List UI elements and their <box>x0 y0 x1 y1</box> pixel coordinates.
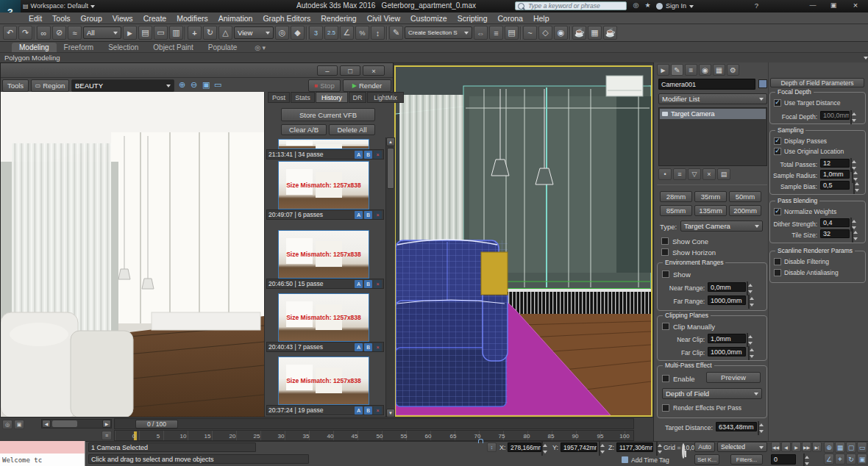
x-coord-field[interactable]: 278,166mm <box>508 442 541 452</box>
lens-28-button[interactable]: 28mm <box>660 191 692 202</box>
schematic-view-icon[interactable]: ◇ <box>538 26 552 40</box>
stack-item-target-camera[interactable]: Target Camera <box>660 109 766 119</box>
ribbon-tab-populate[interactable]: Populate <box>201 43 244 52</box>
menu-edit[interactable]: Edit <box>24 12 47 24</box>
modifier-list-dropdown[interactable]: Modifier List <box>658 93 767 104</box>
mini-scrollbar-thumb[interactable] <box>52 420 77 427</box>
display-tab-icon[interactable]: ▦ <box>713 64 725 76</box>
spinner-snap-icon[interactable]: ↕ <box>371 26 385 40</box>
set-b-icon[interactable]: B <box>364 406 372 415</box>
undo-icon[interactable]: ↶ <box>3 26 17 40</box>
scrollbar-thumb[interactable] <box>387 148 394 189</box>
select-and-scale-icon[interactable]: △ <box>218 26 232 40</box>
y-coord-field[interactable]: 1957,742mm <box>561 442 597 452</box>
close-icon[interactable]: × <box>850 1 861 11</box>
set-a-icon[interactable]: A <box>355 406 363 415</box>
edit-named-selection-icon[interactable]: ✎ <box>389 26 403 40</box>
history-thumbnail[interactable] <box>278 139 369 149</box>
display-passes-checkbox[interactable] <box>774 137 781 145</box>
ribbon-tab-object-paint[interactable]: Object Paint <box>146 43 200 52</box>
field-of-view-icon[interactable]: ∠ <box>824 454 834 465</box>
sample-bias-field[interactable]: 0,5 <box>820 181 850 190</box>
near-range-spinner[interactable] <box>747 282 748 295</box>
dof-rollout-header[interactable]: Depth of Field Parameters <box>770 78 864 87</box>
ribbon-tab-modeling[interactable]: Modeling <box>12 43 57 52</box>
ribbon-tab-freeform[interactable]: Freeform <box>57 43 102 52</box>
open-mini-curve-editor-icon[interactable]: ≡ <box>102 431 112 440</box>
rendered-frame-window-icon[interactable]: ▦ <box>588 26 602 40</box>
delete-history-icon[interactable]: × <box>374 151 382 159</box>
select-and-link-icon[interactable]: ∞ <box>37 26 51 40</box>
add-time-tag-label[interactable]: Add Time Tag <box>631 456 669 464</box>
disable-filtering-checkbox[interactable] <box>774 258 781 265</box>
history-thumbnail[interactable]: Size Mismatch: 1257x838 <box>278 293 369 342</box>
vfb-tab-stats[interactable]: Stats <box>291 92 315 103</box>
pan-view-icon[interactable]: + <box>835 454 845 465</box>
delete-history-icon[interactable]: × <box>374 211 382 219</box>
selection-lock-toggle-icon[interactable]: ▣ <box>14 420 24 429</box>
scroll-right-icon[interactable]: ▶ <box>102 420 111 428</box>
vfb-tab-history[interactable]: History <box>316 92 348 103</box>
history-caption[interactable]: 20:49:07 | 6 passes A B × <box>266 209 384 220</box>
focal-depth-spinner[interactable] <box>850 110 852 124</box>
clip-manually-checkbox[interactable] <box>662 323 669 330</box>
render-production-icon[interactable]: ☕ <box>603 26 617 40</box>
use-target-distance-checkbox[interactable] <box>774 99 781 107</box>
minimize-icon[interactable]: — <box>808 1 818 11</box>
viewport[interactable] <box>394 65 652 417</box>
snaps-toggle-icon[interactable]: 3 <box>309 26 323 40</box>
mirror-icon[interactable]: ⇔ <box>474 26 488 40</box>
vfb-region-button[interactable]: ▭Region <box>31 79 69 92</box>
target-distance-field[interactable]: 6343,48mm <box>716 422 757 431</box>
z-coord-spinner[interactable] <box>656 442 658 456</box>
history-thumbnail[interactable]: Size Mismatch: 1257x838 <box>278 161 369 209</box>
menu-modifiers[interactable]: Modifiers <box>171 12 213 24</box>
search-box[interactable] <box>515 1 627 10</box>
selection-filter-dropdown[interactable]: All <box>83 26 121 39</box>
window-crossing-icon[interactable]: ▥ <box>169 26 183 40</box>
vfb-minimize-button[interactable]: – <box>317 65 338 76</box>
help-icon[interactable]: ? <box>752 1 761 11</box>
disable-antialiasing-checkbox[interactable] <box>774 269 781 276</box>
current-frame-field[interactable]: 0 <box>771 454 796 465</box>
enable-checkbox[interactable] <box>662 375 669 382</box>
delete-history-icon[interactable]: × <box>374 280 382 288</box>
configure-modifier-sets-icon[interactable]: ▤ <box>717 168 730 180</box>
focal-depth-field[interactable]: 100,0mm <box>820 111 850 120</box>
set-b-icon[interactable]: B <box>364 280 372 288</box>
lens-35-button[interactable]: 35mm <box>694 191 727 202</box>
menu-tools[interactable]: Tools <box>47 12 76 24</box>
pin-stack-icon[interactable]: • <box>658 168 672 180</box>
named-selection-dropdown[interactable]: Create Selection S <box>405 26 472 39</box>
set-key-icon[interactable] <box>682 443 685 459</box>
vfb-tools-button[interactable]: Tools <box>2 79 29 92</box>
remove-modifier-icon[interactable]: × <box>702 168 716 180</box>
modify-tab-icon[interactable]: ✎ <box>671 64 683 76</box>
isolate-selection-icon[interactable]: ◎ <box>2 420 13 429</box>
ribbon-options-icon[interactable]: ◎ ▾ <box>255 44 266 52</box>
hierarchy-tab-icon[interactable]: ≡ <box>685 64 697 76</box>
use-original-location-checkbox[interactable] <box>774 148 781 155</box>
history-caption[interactable]: 20:37:24 | 19 passe A B × <box>266 405 384 415</box>
near-range-field[interactable]: 0,0mm <box>708 282 746 292</box>
time-slider-handle[interactable]: 0 / 100 <box>135 420 178 429</box>
select-and-move-icon[interactable]: + <box>188 26 202 40</box>
env-show-checkbox[interactable] <box>662 270 669 278</box>
sample-bias-spinner[interactable] <box>853 180 855 194</box>
zoom-all-icon[interactable]: ▦ <box>835 442 845 453</box>
dither-strength-field[interactable]: 0,4 <box>820 218 850 227</box>
make-unique-icon[interactable]: ▽ <box>688 168 701 180</box>
search-input[interactable] <box>527 1 624 10</box>
history-caption[interactable]: 20:46:50 | 15 passe A B × <box>266 279 384 289</box>
vfb-stop-button[interactable]: ■Stop <box>308 79 341 92</box>
time-slider-track[interactable]: 0 / 100 <box>114 418 634 429</box>
key-filters-button[interactable]: Filters... <box>730 454 763 465</box>
menu-scripting[interactable]: Scripting <box>452 12 493 24</box>
history-caption[interactable]: 20:40:43 | 7 passes A B × <box>266 342 384 352</box>
next-frame-icon[interactable]: ▶▶ <box>802 442 811 452</box>
prev-frame-icon[interactable]: ◀ <box>781 442 791 452</box>
target-distance-spinner[interactable] <box>758 421 759 435</box>
vfb-channel-dropdown[interactable]: BEAUTY <box>71 79 174 92</box>
vfb-zoom-100-icon[interactable]: ▣ <box>202 80 210 90</box>
object-color-swatch[interactable] <box>758 79 767 88</box>
